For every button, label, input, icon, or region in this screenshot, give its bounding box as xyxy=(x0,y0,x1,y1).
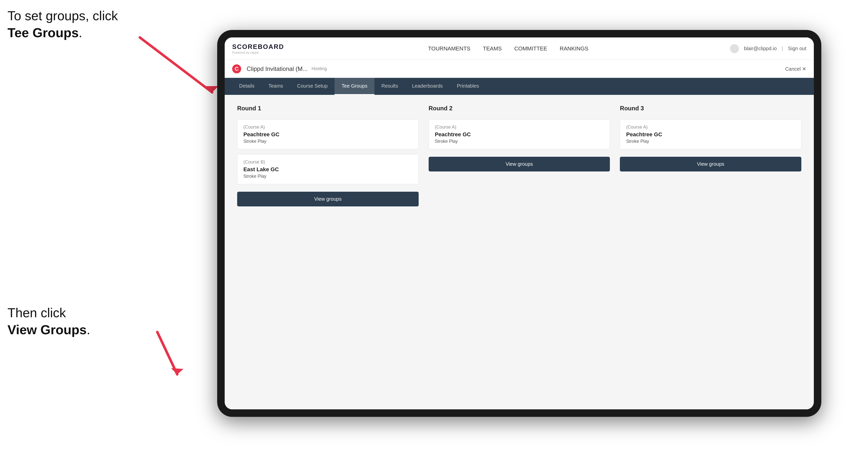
scoreboard-logo-text: SCOREBOARD xyxy=(232,43,284,51)
instruction-bottom-bold: View Groups xyxy=(7,322,87,337)
round-1-course-a-name: Peachtree GC xyxy=(243,131,412,138)
tournament-name: Clippd Invitational (M... xyxy=(247,65,308,72)
round-3-course-a-card: (Course A) Peachtree GC Stroke Play xyxy=(620,119,801,149)
rounds-grid: Round 1 (Course A) Peachtree GC Stroke P… xyxy=(237,105,801,207)
arrow-to-tee-groups xyxy=(120,23,225,102)
instruction-bottom-line1: Then click xyxy=(7,306,66,320)
round-3-course-a-format: Stroke Play xyxy=(626,139,795,144)
tab-teams[interactable]: Teams xyxy=(261,78,290,95)
round-2-course-a-label: (Course A) xyxy=(435,125,604,130)
nav-links: TOURNAMENTS TEAMS COMMITTEE RANKINGS xyxy=(428,43,588,54)
round-1-column: Round 1 (Course A) Peachtree GC Stroke P… xyxy=(237,105,418,207)
round-3-view-groups-button[interactable]: View groups xyxy=(620,157,801,172)
svg-line-0 xyxy=(140,37,212,92)
tab-bar: Details Teams Course Setup Tee Groups Re… xyxy=(225,78,814,95)
tab-leaderboards[interactable]: Leaderboards xyxy=(405,78,450,95)
round-2-column: Round 2 (Course A) Peachtree GC Stroke P… xyxy=(429,105,610,207)
round-2-course-a-format: Stroke Play xyxy=(435,139,604,144)
arrow-to-view-groups xyxy=(112,324,187,390)
round-1-course-b-label: (Course B) xyxy=(243,159,412,165)
tab-results[interactable]: Results xyxy=(374,78,405,95)
nav-tournaments[interactable]: TOURNAMENTS xyxy=(428,43,471,54)
round-3-course-a-label: (Course A) xyxy=(626,125,795,130)
round-1-course-a-format: Stroke Play xyxy=(243,139,412,144)
instruction-top-line1: To set groups, click xyxy=(7,8,118,23)
svg-line-2 xyxy=(157,332,177,374)
tab-course-setup[interactable]: Course Setup xyxy=(290,78,335,95)
round-1-course-b-card: (Course B) East Lake GC Stroke Play xyxy=(237,154,418,184)
round-1-course-b-format: Stroke Play xyxy=(243,174,412,179)
round-2-view-groups-button[interactable]: View groups xyxy=(429,157,610,172)
sub-header: C Clippd Invitational (M... Hosting Canc… xyxy=(225,60,814,78)
round-2-title: Round 2 xyxy=(429,105,610,112)
round-3-title: Round 3 xyxy=(620,105,801,112)
tab-printables[interactable]: Printables xyxy=(450,78,486,95)
round-1-course-b-name: East Lake GC xyxy=(243,166,412,173)
tablet-device: SCOREBOARD Powered by clippit TOURNAMENT… xyxy=(217,30,821,417)
svg-marker-3 xyxy=(171,368,184,374)
round-1-course-a-label: (Course A) xyxy=(243,125,412,130)
tab-tee-groups[interactable]: Tee Groups xyxy=(335,78,374,95)
tournament-logo-c: C xyxy=(232,64,241,73)
round-3-course-a-name: Peachtree GC xyxy=(626,131,795,138)
user-email: blair@clippd.io xyxy=(744,46,777,52)
logo-area: SCOREBOARD Powered by clippit xyxy=(232,43,287,54)
nav-right: blair@clippd.io | Sign out xyxy=(730,44,806,53)
main-content: Round 1 (Course A) Peachtree GC Stroke P… xyxy=(225,95,814,409)
round-2-course-a-card: (Course A) Peachtree GC Stroke Play xyxy=(429,119,610,149)
nav-committee[interactable]: COMMITTEE xyxy=(514,43,547,54)
nav-teams[interactable]: TEAMS xyxy=(483,43,502,54)
nav-rankings[interactable]: RANKINGS xyxy=(560,43,588,54)
instruction-bottom: Then click View Groups. xyxy=(7,305,90,338)
cancel-button[interactable]: Cancel ✕ xyxy=(785,66,806,72)
round-1-view-groups-button[interactable]: View groups xyxy=(237,192,418,207)
round-3-column: Round 3 (Course A) Peachtree GC Stroke P… xyxy=(620,105,801,207)
hosting-badge: Hosting xyxy=(312,66,327,71)
tablet-screen: SCOREBOARD Powered by clippit TOURNAMENT… xyxy=(225,37,814,409)
sign-out-link[interactable]: Sign out xyxy=(788,46,806,52)
instruction-top-bold: Tee Groups xyxy=(7,26,79,40)
sub-header-left: C Clippd Invitational (M... Hosting xyxy=(232,64,327,73)
tab-details[interactable]: Details xyxy=(232,78,261,95)
instruction-top: To set groups, click Tee Groups. xyxy=(7,7,118,41)
round-2-course-a-name: Peachtree GC xyxy=(435,131,604,138)
round-1-course-a-card: (Course A) Peachtree GC Stroke Play xyxy=(237,119,418,149)
round-1-title: Round 1 xyxy=(237,105,418,112)
top-nav: SCOREBOARD Powered by clippit TOURNAMENT… xyxy=(225,37,814,60)
logo-subtext: Powered by clippit xyxy=(232,51,284,54)
user-avatar xyxy=(730,44,739,53)
